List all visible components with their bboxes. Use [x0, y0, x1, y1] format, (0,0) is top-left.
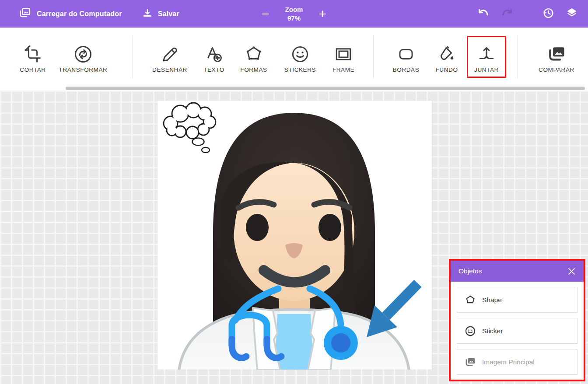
tool-label: BORDAS: [393, 66, 420, 73]
main-image-icon: [465, 356, 476, 368]
save-button[interactable]: Salvar: [142, 7, 179, 21]
undo-button[interactable]: [477, 7, 490, 21]
top-app-bar: Carregar do Computador Salvar − Zoom 97%…: [0, 0, 588, 28]
zoom-out-button[interactable]: −: [259, 7, 272, 21]
redo-icon: [500, 7, 514, 21]
tool-label: FRAME: [332, 66, 354, 73]
layers-button[interactable]: [565, 7, 578, 21]
download-icon: [142, 7, 153, 21]
add-text-icon: [205, 41, 223, 63]
objects-panel-title: Objetos: [458, 267, 482, 275]
compare-images-icon: [547, 41, 566, 63]
upload-image-icon: [18, 7, 32, 21]
toolbar-divider: [373, 35, 374, 78]
zoom-value: 97%: [285, 14, 303, 22]
close-button[interactable]: [567, 267, 576, 276]
tool-texto[interactable]: TEXTO: [196, 41, 232, 73]
tool-formas[interactable]: FORMAS: [232, 41, 276, 73]
sticker-smiley-icon: [465, 325, 476, 337]
rounded-border-icon: [397, 41, 415, 63]
tool-frame[interactable]: FRAME: [325, 41, 362, 73]
zoom-label: Zoom: [285, 6, 303, 13]
paint-bucket-icon: [438, 41, 456, 63]
horizontal-scrollbar[interactable]: [66, 87, 585, 90]
tool-label: DESENHAR: [152, 66, 187, 73]
zoom-indicator: Zoom 97%: [285, 6, 303, 22]
transform-icon: [74, 41, 92, 63]
thought-cloud: [164, 103, 216, 159]
canvas-image[interactable]: [158, 101, 432, 370]
tool-label: JUNTAR: [474, 66, 499, 73]
layers-icon: [565, 7, 578, 21]
crop-icon: [24, 41, 42, 63]
history-clock-icon: [542, 7, 555, 21]
tool-comparar[interactable]: COMPARAR: [528, 41, 585, 73]
upload-from-computer-button[interactable]: Carregar do Computador: [18, 7, 122, 21]
object-item-sticker[interactable]: Sticker: [457, 318, 578, 344]
tool-stickers[interactable]: STICKERS: [276, 41, 325, 73]
tool-cortar[interactable]: CORTAR: [13, 41, 52, 73]
objects-panel: Objetos Shape: [449, 259, 585, 381]
tool-label: TRANSFORMAR: [59, 66, 108, 73]
zoom-in-button[interactable]: +: [316, 7, 329, 21]
tool-label: TEXTO: [203, 66, 224, 73]
shapes-icon: [245, 41, 263, 63]
tool-label: FUNDO: [436, 66, 458, 73]
pencil-icon: [161, 41, 179, 63]
objects-panel-header: Objetos: [451, 261, 584, 282]
object-item-label: Imagem Principal: [482, 358, 535, 366]
undo-icon: [477, 7, 490, 21]
tool-desenhar[interactable]: DESENHAR: [144, 41, 196, 73]
object-item-label: Shape: [482, 296, 502, 304]
redo-button[interactable]: [500, 7, 514, 21]
tool-label: CORTAR: [20, 66, 46, 73]
object-item-main-image[interactable]: Imagem Principal: [457, 349, 578, 375]
zoom-controls: − Zoom 97% +: [259, 0, 329, 28]
editing-toolbar: CORTAR TRANSFORMAR DESENHAR: [0, 28, 588, 86]
topbar-right-actions: [477, 0, 578, 28]
tool-fundo[interactable]: FUNDO: [428, 41, 466, 73]
object-item-shape[interactable]: Shape: [457, 287, 578, 313]
doctor-emoji-artwork: [158, 101, 432, 370]
frame-icon: [334, 41, 353, 63]
tool-bordas[interactable]: BORDAS: [384, 41, 428, 73]
tool-transformar[interactable]: TRANSFORMAR: [52, 41, 114, 73]
close-icon: [567, 267, 576, 276]
toolbar-divider: [133, 35, 133, 78]
toolbar-scroll-strip: [0, 86, 588, 91]
objects-panel-body: Shape Sticker Imagem Principal: [451, 282, 584, 375]
upload-label: Carregar do Computador: [37, 10, 122, 18]
shape-icon: [465, 294, 476, 306]
merge-icon: [477, 41, 496, 63]
object-item-label: Sticker: [482, 327, 503, 335]
toolbar-divider: [518, 35, 518, 78]
save-label: Salvar: [158, 10, 179, 18]
history-button[interactable]: [542, 7, 555, 21]
tool-label: FORMAS: [240, 66, 267, 73]
tool-juntar[interactable]: JUNTAR: [467, 36, 506, 78]
tool-label: STICKERS: [284, 66, 316, 73]
editor-workspace: Objetos Shape: [0, 91, 588, 384]
tool-label: COMPARAR: [539, 66, 574, 73]
smiley-icon: [291, 41, 309, 63]
